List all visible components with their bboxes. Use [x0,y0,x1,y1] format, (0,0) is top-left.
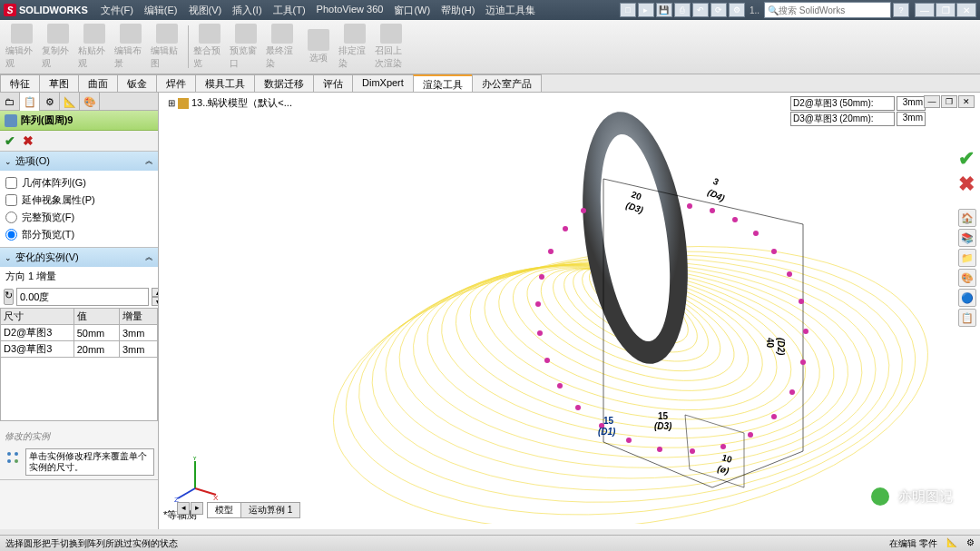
recall-icon [380,24,402,44]
explorer-icon[interactable]: 📁 [958,249,976,267]
svg-point-50 [544,358,550,363]
graphics-viewport[interactable]: ⊞ 13..蜗状模型（默认<... D2@草图3 (50mm): 3mm D3@… [159,93,980,529]
angle-input[interactable] [16,288,149,306]
vary-header[interactable]: ⌄ 变化的实例(V) ︽ [0,248,158,267]
callout-d2-value[interactable]: 3mm [897,96,926,111]
search-icon: 🔍 [768,5,779,15]
dimxpert-tab[interactable]: 📐 [60,93,80,111]
undo-icon[interactable]: ↶ [692,3,709,17]
table-row[interactable]: D2@草图3 50mm 3mm [1,325,158,341]
tab-surface[interactable]: 曲面 [78,74,118,92]
ribbon-recall-render[interactable]: 召回上次渲染 [373,22,409,72]
new-icon[interactable]: □ [620,3,636,17]
angle-down-button[interactable]: ▼ [152,297,159,306]
svg-point-36 [787,271,792,277]
tab-render-tools[interactable]: 渲染工具 [413,74,473,92]
options-header[interactable]: ⌄ 选项(O) ︽ [0,152,158,171]
library-icon[interactable]: 📚 [958,229,976,247]
callout-d3-value[interactable]: 3mm [897,112,926,126]
ribbon-copy-appearance[interactable]: 复制外观 [40,22,76,72]
command-tabs: 特征 草图 曲面 钣金 焊件 模具工具 数据迁移 评估 DimXpert 渲染工… [0,74,980,93]
ribbon-schedule-render[interactable]: 排定渲染 [337,22,373,72]
tab-mold-tools[interactable]: 模具工具 [195,74,255,92]
extend-visual-checkbox[interactable] [5,194,17,206]
status-mode: 在编辑 零件 [889,537,937,550]
appearance-icon [11,24,33,44]
geometry-pattern-checkbox[interactable] [5,177,17,189]
svg-text:40: 40 [765,338,775,349]
tab-evaluate[interactable]: 评估 [313,74,353,92]
confirm-cancel-icon[interactable]: ✖ [958,172,978,196]
view-palette-icon[interactable]: 🎨 [958,269,976,287]
tab-motion-study[interactable]: 运动算例 1 [240,502,300,518]
open-icon[interactable]: ▸ [638,3,654,17]
menu-maidi[interactable]: 迈迪工具集 [480,2,541,19]
tab-scroll-right[interactable]: ▸ [191,502,203,515]
tab-scroll-left[interactable]: ◂ [177,502,190,515]
custom-props-icon[interactable]: 📋 [958,309,976,327]
ribbon-final-render[interactable]: 最终渲染 [264,22,300,72]
help-icon[interactable]: ? [893,3,909,17]
menu-tools[interactable]: 工具(T) [268,2,311,19]
tab-sheetmetal[interactable]: 钣金 [117,74,157,92]
search-input[interactable] [779,5,887,15]
ok-button[interactable]: ✔ [5,133,15,148]
confirm-ok-icon[interactable]: ✔ [958,147,978,171]
table-row[interactable]: D3@草图3 20mm 3mm [1,341,158,358]
doc-close[interactable]: ✕ [958,95,975,108]
tab-weldments[interactable]: 焊件 [156,74,196,92]
menu-photoview[interactable]: PhotoView 360 [311,2,389,19]
resources-icon[interactable]: 🏠 [958,209,976,227]
minimize-button[interactable]: — [915,3,935,17]
partial-preview-radio[interactable] [5,229,17,241]
doc-minimize[interactable]: — [924,95,940,108]
callout-d3-name[interactable]: D3@草图3 (20mm): [790,112,895,126]
close-button[interactable]: ✕ [956,3,976,17]
property-tab[interactable]: 📋 [20,93,40,111]
ribbon-preview-window[interactable]: 预览窗口 [228,22,264,72]
angle-icon[interactable]: ↻ [4,289,14,305]
ribbon-edit-decal[interactable]: 编辑贴图 [149,22,185,72]
print-icon[interactable]: ⎙ [674,3,691,17]
ribbon-integrated-preview[interactable]: 整合预览 [191,22,228,72]
tab-dimxpert[interactable]: DimXpert [352,74,414,92]
menu-help[interactable]: 帮助(H) [436,2,480,19]
doc-restore[interactable]: ❐ [941,95,957,108]
save-icon[interactable]: 💾 [656,3,672,17]
ribbon-edit-scene[interactable]: 编辑布景 [113,22,149,72]
angle-up-button[interactable]: ▲ [152,288,159,297]
tab-model[interactable]: 模型 [207,502,241,518]
ribbon-edit-appearance[interactable]: 编辑外观 [4,22,40,72]
rebuild-icon[interactable]: ⟳ [710,3,727,17]
menu-file[interactable]: 文件(F) [95,2,139,19]
svg-point-42 [748,432,753,438]
display-tab[interactable]: 🎨 [80,93,100,111]
status-custom-icon[interactable]: ⚙ [966,537,975,550]
appearances-icon[interactable]: 🔵 [958,289,976,307]
ribbon-options[interactable]: 选项 [300,22,337,72]
cancel-button[interactable]: ✖ [23,133,34,148]
tab-office[interactable]: 办公室产品 [472,74,542,92]
flyout-tree[interactable]: ⊞ 13..蜗状模型（默认<... [168,96,292,110]
menu-insert[interactable]: 插入(I) [227,2,267,19]
full-preview-radio[interactable] [5,212,17,223]
col-increment: 增量 [119,309,157,325]
tab-sketch[interactable]: 草图 [39,74,79,92]
tab-data-migration[interactable]: 数据迁移 [254,74,314,92]
orientation-triad[interactable]: Y X Z [172,457,218,502]
feature-tree-tab[interactable]: 🗀 [0,93,20,111]
menu-view[interactable]: 视图(V) [183,2,228,19]
menu-edit[interactable]: 编辑(E) [139,2,183,19]
options-icon[interactable]: ⚙ [729,3,745,17]
expand-icon[interactable]: ⊞ [168,98,175,108]
status-units-icon[interactable]: 📐 [946,537,957,550]
callout-d2-name[interactable]: D2@草图3 (50mm): [790,96,895,111]
solidworks-icon: S [4,4,16,16]
direction-label: 方向 1 增量 [0,267,158,286]
search-box[interactable]: 🔍 [764,2,891,18]
config-tab[interactable]: ⚙ [40,93,60,111]
restore-button[interactable]: ❐ [936,3,956,17]
tab-features[interactable]: 特征 [0,74,40,92]
ribbon-paste-appearance[interactable]: 粘贴外观 [76,22,113,72]
menu-window[interactable]: 窗口(W) [388,2,436,19]
